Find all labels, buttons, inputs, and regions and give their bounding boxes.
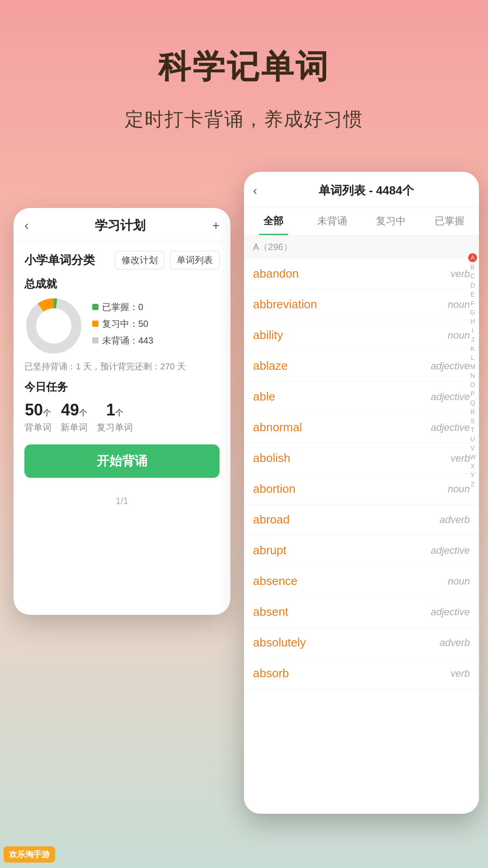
word-list: abandon verb abbreviation noun ability n… — [244, 259, 479, 689]
word-pos: verb — [450, 453, 470, 464]
modify-plan-button[interactable]: 修改计划 — [115, 251, 164, 269]
left-phone: ‹ 学习计划 + 小学单词分类 修改计划 单词列表 总成就 — [14, 208, 230, 615]
alpha-L[interactable]: L — [468, 354, 477, 362]
word-list-button[interactable]: 单词列表 — [170, 251, 220, 269]
alpha-J[interactable]: J — [468, 335, 477, 344]
word-pos: adjective — [431, 422, 470, 434]
back-icon-left[interactable]: ‹ — [24, 218, 28, 233]
alphabet-index: A B C D E F G H I J K L M N O P Q R S T … — [468, 253, 477, 488]
alpha-Z[interactable]: Z — [468, 480, 477, 488]
legend-dot-gray — [92, 337, 99, 344]
section-header-row: 小学单词分类 修改计划 单词列表 — [24, 251, 220, 269]
word-item-able[interactable]: able adjective — [244, 382, 479, 412]
add-icon-left[interactable]: + — [212, 218, 220, 233]
word-item-absorb[interactable]: absorb verb — [244, 658, 479, 689]
alpha-B[interactable]: B — [468, 263, 477, 271]
legend-label-orange: 复习中：50 — [102, 318, 148, 330]
word-text: abrupt — [253, 543, 286, 557]
word-text: abandon — [253, 267, 299, 281]
word-item-absent[interactable]: absent adjective — [244, 597, 479, 627]
word-item-abnormal[interactable]: abnormal adjective — [244, 412, 479, 443]
word-pos: adjective — [431, 391, 470, 403]
alpha-W[interactable]: W — [468, 453, 477, 461]
word-pos: verb — [450, 268, 470, 280]
stat-total-num: 50个 — [24, 401, 52, 420]
section-title: 小学单词分类 — [24, 252, 95, 268]
back-icon-right[interactable]: ‹ — [253, 184, 257, 198]
word-section-header: A（296） — [244, 236, 479, 259]
legend-dot-green — [92, 304, 99, 310]
word-text: absolutely — [253, 636, 306, 650]
word-text: abortion — [253, 482, 296, 496]
word-item-abrupt[interactable]: abrupt adjective — [244, 535, 479, 566]
word-text: abbreviation — [253, 297, 317, 311]
alpha-A[interactable]: A — [468, 253, 477, 262]
alpha-K[interactable]: K — [468, 344, 477, 353]
alpha-Y[interactable]: Y — [468, 471, 477, 479]
stat-label-0: 背单词 — [24, 421, 52, 434]
word-text: absorb — [253, 666, 289, 680]
word-item-abortion[interactable]: abortion noun — [244, 474, 479, 505]
donut-chart — [24, 297, 83, 355]
word-pos: noun — [448, 330, 470, 341]
alpha-X[interactable]: X — [468, 462, 477, 470]
tab-all[interactable]: 全部 — [244, 207, 303, 235]
alpha-Q[interactable]: Q — [468, 399, 477, 407]
alpha-T[interactable]: T — [468, 426, 477, 434]
tab-reviewing[interactable]: 复习中 — [361, 207, 420, 235]
watermark: 欢乐淘手游 — [4, 846, 55, 863]
legend-dot-orange — [92, 321, 99, 327]
word-text: abnormal — [253, 420, 302, 434]
word-item-abandon[interactable]: abandon verb — [244, 259, 479, 289]
alpha-O[interactable]: O — [468, 381, 477, 389]
alpha-M[interactable]: M — [468, 363, 477, 371]
stat-review-num: 1个 — [97, 401, 133, 420]
word-text: absence — [253, 574, 297, 588]
tab-mastered[interactable]: 已掌握 — [420, 207, 479, 235]
stat-unit-1: 个 — [79, 408, 87, 417]
alpha-E[interactable]: E — [468, 290, 477, 298]
alpha-G[interactable]: G — [468, 308, 477, 316]
word-item-ablaze[interactable]: ablaze adjective — [244, 351, 479, 382]
page-title: 科学记单词 — [0, 0, 488, 89]
word-item-absence[interactable]: absence noun — [244, 566, 479, 597]
word-item-abroad[interactable]: abroad adverb — [244, 505, 479, 535]
alpha-C[interactable]: C — [468, 272, 477, 280]
alpha-R[interactable]: R — [468, 408, 477, 416]
word-item-absolutely[interactable]: absolutely adverb — [244, 627, 479, 658]
alpha-U[interactable]: U — [468, 435, 477, 443]
achievement-label: 总成就 — [24, 277, 220, 291]
start-recite-button[interactable]: 开始背诵 — [24, 444, 220, 478]
word-text: abroad — [253, 513, 290, 527]
word-text: ablaze — [253, 359, 288, 373]
word-text: able — [253, 390, 275, 404]
legend-item-orange: 复习中：50 — [92, 318, 220, 330]
phones-container: ‹ 学习计划 + 小学单词分类 修改计划 单词列表 总成就 — [0, 172, 488, 841]
stat-review: 1个 复习单词 — [97, 401, 133, 434]
stat-new-num: 49个 — [61, 401, 88, 420]
alpha-F[interactable]: F — [468, 299, 477, 307]
alpha-P[interactable]: P — [468, 390, 477, 398]
word-text: abolish — [253, 451, 290, 465]
left-nav-bar: ‹ 学习计划 + — [14, 208, 230, 242]
alpha-S[interactable]: S — [468, 417, 477, 425]
word-item-ability[interactable]: ability noun — [244, 320, 479, 351]
tabs-row: 全部 未背诵 复习中 已掌握 — [244, 207, 479, 236]
word-pos: adverb — [440, 514, 470, 526]
word-item-abolish[interactable]: abolish verb — [244, 443, 479, 474]
streak-text: 已坚持背诵：1 天，预计背完还剩：270 天 — [24, 361, 220, 373]
word-pos: adjective — [431, 606, 470, 618]
word-item-abbreviation[interactable]: abbreviation noun — [244, 289, 479, 320]
alpha-H[interactable]: H — [468, 317, 477, 326]
word-pos: noun — [448, 299, 470, 311]
tab-unlearned[interactable]: 未背诵 — [303, 207, 361, 235]
alpha-V[interactable]: V — [468, 444, 477, 452]
today-task-label: 今日任务 — [24, 380, 220, 394]
word-text: ability — [253, 328, 283, 342]
legend-item-gray: 未背诵：443 — [92, 335, 220, 347]
alpha-D[interactable]: D — [468, 281, 477, 289]
word-pos: adjective — [431, 545, 470, 557]
left-content: 小学单词分类 修改计划 单词列表 总成就 — [14, 242, 230, 515]
alpha-I[interactable]: I — [468, 326, 477, 335]
alpha-N[interactable]: N — [468, 372, 477, 380]
